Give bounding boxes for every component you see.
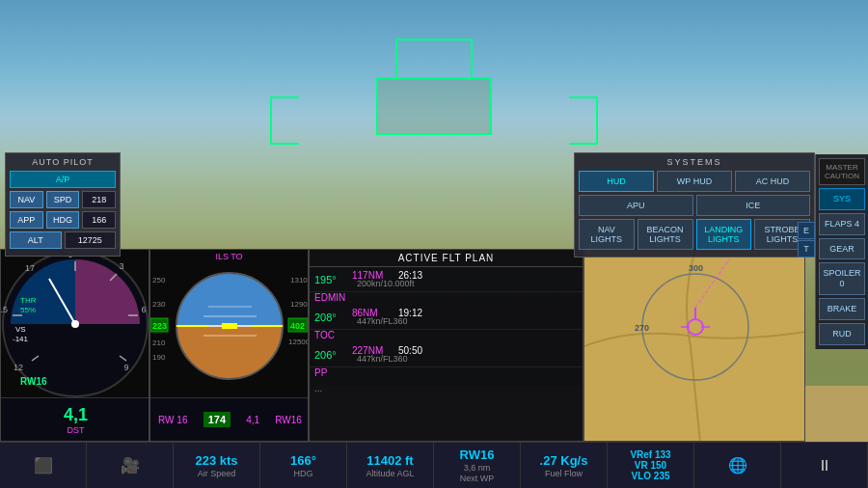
- map-panel: 300 270: [583, 249, 805, 442]
- status-monitor[interactable]: ⬛: [0, 443, 87, 488]
- alt-btn[interactable]: ALT: [10, 231, 62, 249]
- svg-rect-23: [176, 326, 283, 379]
- attitude-panel: ILS TO 13100 12900 4: [149, 249, 309, 442]
- ap-row-3: APP HDG 166: [10, 211, 116, 229]
- brake-btn[interactable]: BRAKE: [819, 298, 865, 320]
- app-btn[interactable]: APP: [10, 211, 43, 229]
- airspeed-bottom: 4,1 DST: [1, 397, 149, 441]
- svg-text:VS: VS: [15, 325, 26, 334]
- status-globe[interactable]: 🌐: [694, 443, 781, 488]
- wp-hud-btn[interactable]: WP HUD: [657, 171, 732, 192]
- flt-detail-3: 447kn/FL360: [352, 354, 578, 364]
- airspeed-dist: 4,1: [64, 405, 88, 425]
- ap-title: AUTO PILOT: [10, 157, 116, 167]
- ils-bottom-right: RW16: [275, 415, 302, 425]
- sys-row-3: NAV LIGHTS BEACON LIGHTS LANDING LIGHTS …: [579, 219, 810, 250]
- flt-row-2: 208° 86NM 19:12 447kn/FL360: [310, 305, 583, 330]
- t-btn[interactable]: T: [798, 240, 815, 258]
- alt-value: 12725: [65, 231, 117, 249]
- svg-text:RW16: RW16: [20, 376, 47, 387]
- svg-text:6: 6: [141, 305, 146, 314]
- flt-detail-1: 200kn/10.000ft: [352, 279, 578, 288]
- svg-text:17: 17: [25, 263, 35, 273]
- svg-text:13100: 13100: [290, 276, 309, 285]
- vlo-value: VLO 235: [631, 471, 669, 481]
- wp-value: RW16: [460, 447, 495, 462]
- ap-row-4: ALT 12725: [10, 231, 116, 249]
- camera-icon: 🎥: [121, 456, 140, 474]
- flt-detail-2: 447kn/FL360: [352, 316, 578, 326]
- airspeed-panel: 0 3 6 9 12 15 17 THR 55% VS -141 RW16 4,…: [0, 249, 149, 442]
- wp-label-1: EDMIN: [314, 292, 348, 303]
- flt-dots: ...: [310, 380, 583, 396]
- flt-deg-1: 195°: [314, 274, 348, 285]
- gear-btn[interactable]: GEAR: [819, 238, 865, 260]
- svg-text:402: 402: [290, 321, 305, 331]
- spd-btn[interactable]: SPD: [46, 191, 80, 208]
- fuel-value: .27 Kg/s: [540, 453, 588, 468]
- rud-btn[interactable]: RUD: [819, 323, 865, 345]
- sys-btn[interactable]: SYS: [819, 188, 865, 210]
- flaps-btn[interactable]: FLAPS 4: [819, 213, 865, 235]
- svg-text:210: 210: [152, 339, 166, 347]
- status-wp: RW16 3,6 nm Next WP: [434, 443, 521, 488]
- airspeed-dial: 0 3 6 9 12 15 17 THR 55% VS -141 RW16: [1, 250, 149, 399]
- flt-deg-3: 206°: [314, 349, 348, 361]
- hdg-btn[interactable]: HDG: [46, 211, 80, 229]
- vref-value: VRef 133: [630, 449, 670, 460]
- vr-value: VR 150: [635, 460, 666, 471]
- svg-point-19: [71, 320, 79, 328]
- svg-text:190: 190: [152, 353, 166, 362]
- right-panel: MASTER CAUTION SYS FLAPS 4 GEAR SPOILER …: [815, 154, 868, 349]
- svg-text:-141: -141: [13, 335, 29, 343]
- fuel-label: Fuel Flow: [545, 469, 583, 478]
- spd-value: 218: [82, 191, 116, 208]
- ap-row-2: NAV SPD 218: [10, 191, 116, 208]
- svg-rect-31: [222, 323, 237, 329]
- svg-text:THR: THR: [20, 296, 37, 305]
- systems-panel: SYSTEMS HUD WP HUD AC HUD APU ICE NAV LI…: [574, 152, 815, 258]
- svg-text:12: 12: [14, 363, 23, 372]
- hud-bracket-top: [395, 39, 473, 77]
- ils-header: ILS TO: [150, 250, 308, 263]
- e-btn[interactable]: E: [798, 222, 815, 239]
- hud-left-bracket: [270, 96, 299, 145]
- svg-text:300: 300: [689, 263, 703, 273]
- et-buttons: E T: [798, 222, 815, 258]
- ac-hud-btn[interactable]: AC HUD: [735, 171, 810, 192]
- wp-label-3: PP: [314, 367, 348, 378]
- status-pause[interactable]: ⏸: [781, 443, 868, 488]
- sys-row-2: APU ICE: [579, 195, 810, 216]
- svg-rect-43: [584, 250, 805, 442]
- sys-row-1: HUD WP HUD AC HUD: [579, 171, 810, 192]
- attitude-indicator: 13100 12900 402 12500 250 230 223 210 19…: [150, 263, 309, 398]
- nav-btn[interactable]: NAV: [10, 191, 43, 208]
- hud-right-bracket: [569, 96, 598, 145]
- status-airspeed: 223 kts Air Speed: [174, 443, 260, 488]
- status-camera[interactable]: 🎥: [87, 443, 174, 488]
- wp-label-2: TOC: [314, 330, 348, 340]
- svg-rect-22: [176, 273, 283, 326]
- hdg-value: 166°: [290, 453, 316, 468]
- ice-btn[interactable]: ICE: [696, 195, 811, 216]
- status-alt: 11402 ft Altitude AGL: [347, 443, 434, 488]
- ils-bottom: RW 16 174 4,1 RW16: [150, 397, 309, 441]
- ils-bottom-left: RW 16: [158, 415, 187, 425]
- flt-row-1: 195° 117NM 26:13 200kn/10.000ft: [310, 267, 583, 292]
- ap-btn[interactable]: A/P: [10, 171, 116, 188]
- hud-center-box: [376, 77, 492, 135]
- spoiler-btn[interactable]: SPOILER 0: [819, 262, 865, 295]
- nav-lights-btn[interactable]: NAV LIGHTS: [579, 219, 635, 250]
- beacon-lights-btn[interactable]: BEACON LIGHTS: [637, 219, 693, 250]
- svg-text:12900: 12900: [290, 300, 309, 309]
- globe-icon: 🌐: [728, 456, 747, 474]
- alt-label: Altitude AGL: [366, 469, 414, 478]
- status-bar: ⬛ 🎥 223 kts Air Speed 166° HDG 11402 ft …: [0, 442, 868, 488]
- apu-btn[interactable]: APU: [579, 195, 693, 216]
- alt-value: 11402 ft: [366, 453, 413, 468]
- svg-text:55%: 55%: [20, 306, 36, 314]
- landing-lights-btn[interactable]: LANDING LIGHTS: [696, 219, 752, 250]
- hud-btn[interactable]: HUD: [579, 171, 654, 192]
- airspeed-value: 223 kts: [195, 453, 237, 468]
- svg-text:15: 15: [1, 305, 8, 314]
